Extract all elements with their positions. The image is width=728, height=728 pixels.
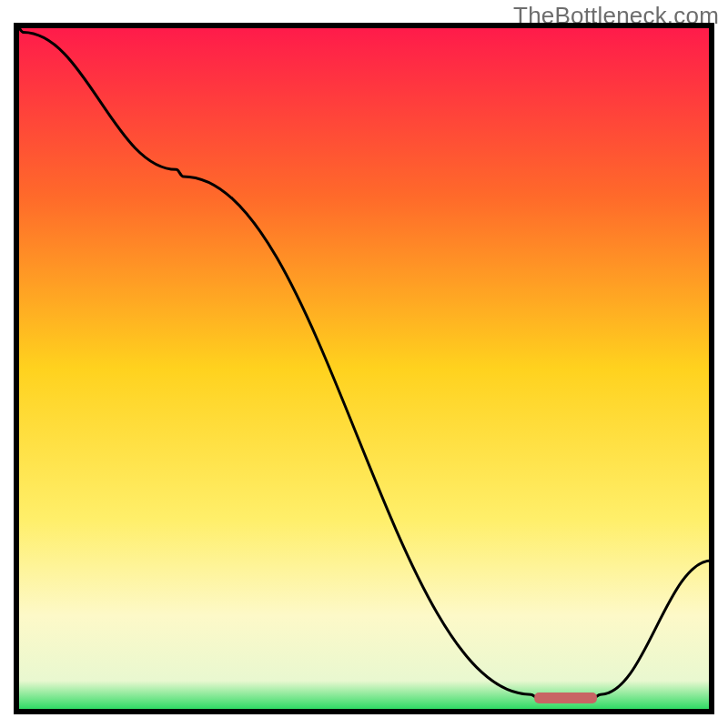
chart-container: TheBottleneck.com bbox=[0, 0, 728, 728]
optimal-range-marker bbox=[534, 693, 597, 703]
bottleneck-chart bbox=[0, 0, 728, 728]
